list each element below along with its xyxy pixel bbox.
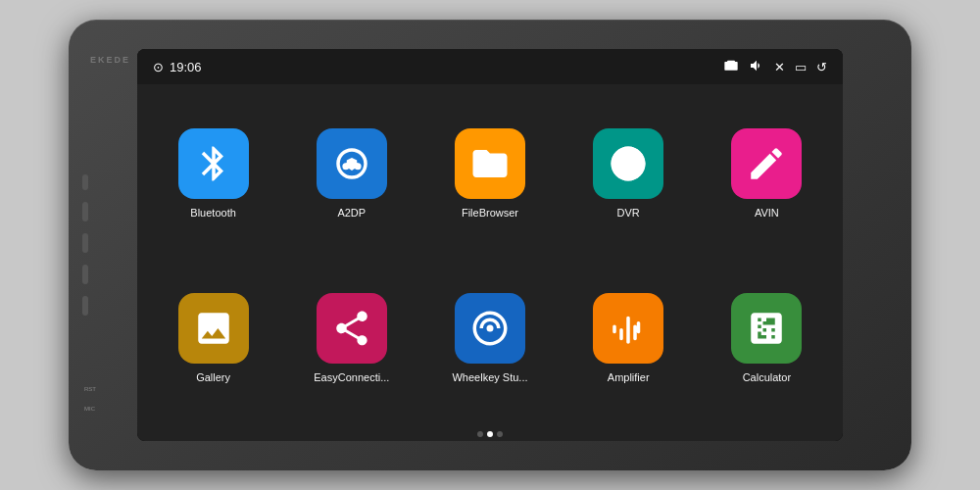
dvr-icon [593, 128, 663, 199]
app-filebrowser[interactable]: FileBrowser [421, 92, 558, 255]
amplifier-icon [593, 293, 663, 364]
page-indicator [137, 427, 843, 441]
app-easyconnect[interactable]: EasyConnecti... [283, 257, 419, 419]
gallery-label: Gallery [196, 371, 230, 383]
wheelkey-label: Wheelkey Stu... [452, 371, 527, 383]
screen: ⊙ 19:06 ✕ ▭ ↺ [137, 49, 843, 441]
volume-icon [749, 58, 764, 76]
status-right: ✕ ▭ ↺ [723, 58, 827, 76]
calculator-label: Calculator [743, 371, 792, 383]
app-avin[interactable]: AVIN [699, 92, 835, 255]
svg-point-2 [486, 325, 493, 332]
app-bluetooth[interactable]: Bluetooth [145, 92, 281, 255]
location-icon: ⊙ [153, 60, 164, 74]
car-head-unit: EKEDE RST MIC ⊙ 19:06 ✕ ▭ ↺ [69, 20, 911, 470]
status-bar: ⊙ 19:06 ✕ ▭ ↺ [137, 49, 843, 84]
app-grid: Bluetooth A2DP [137, 84, 843, 427]
wheelkey-icon [455, 293, 525, 364]
app-calculator[interactable]: Calculator [699, 257, 835, 419]
a2dp-label: A2DP [337, 207, 366, 219]
filebrowser-icon [455, 128, 525, 199]
easyconnect-icon [317, 293, 387, 364]
rst-label: RST [84, 386, 96, 392]
close-icon: ✕ [774, 60, 785, 74]
brand-label: EKEDE [90, 55, 130, 65]
volume-down-button[interactable] [82, 296, 88, 316]
easyconnect-label: EasyConnecti... [314, 371, 389, 383]
gallery-icon [178, 293, 249, 364]
dot-3 [497, 431, 503, 437]
a2dp-icon [317, 128, 387, 199]
app-amplifier[interactable]: Amplifier [561, 257, 697, 419]
status-left: ⊙ 19:06 [153, 60, 202, 74]
side-controls [82, 174, 88, 316]
app-dvr[interactable]: DVR [561, 92, 697, 255]
dot-1 [477, 431, 483, 437]
screen-icon: ▭ [795, 60, 807, 74]
camera-icon [723, 58, 739, 76]
dvr-label: DVR [617, 207, 640, 219]
app-gallery[interactable]: Gallery [145, 257, 281, 419]
dot-2 [487, 431, 493, 437]
back-button[interactable] [82, 233, 88, 253]
status-time: 19:06 [170, 60, 202, 74]
app-a2dp[interactable]: A2DP [283, 92, 419, 255]
amplifier-label: Amplifier [608, 371, 650, 383]
calculator-icon [731, 293, 802, 364]
filebrowser-label: FileBrowser [462, 207, 518, 219]
bluetooth-icon [178, 128, 249, 199]
volume-up-button[interactable] [82, 265, 88, 284]
power-button[interactable] [82, 174, 88, 190]
avin-label: AVIN [755, 207, 779, 219]
bluetooth-label: Bluetooth [190, 207, 235, 219]
back-nav-icon[interactable]: ↺ [816, 60, 827, 74]
avin-icon [731, 128, 802, 199]
home-button[interactable] [82, 202, 88, 221]
app-wheelkey[interactable]: Wheelkey Stu... [421, 257, 558, 419]
mic-label: MIC [84, 406, 95, 412]
